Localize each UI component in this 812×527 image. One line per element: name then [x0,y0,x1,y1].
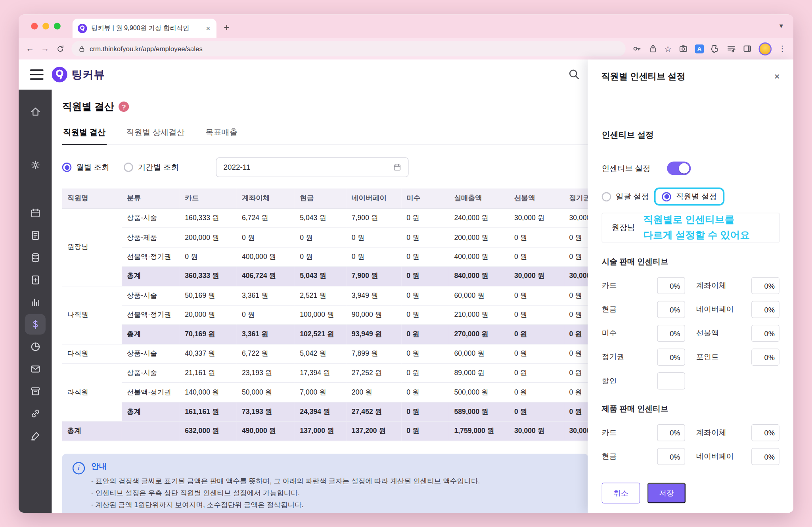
surgery-input-5[interactable] [751,325,779,342]
url-bar[interactable]: crm.thinkofyou.kr/app/employee/sales [71,41,625,56]
sidebar-item-calendar[interactable] [25,203,46,223]
column-header: 분류 [122,188,180,208]
notice-title: 안내 [91,461,480,471]
extensions-icon[interactable] [710,44,720,54]
surgery-input-4[interactable] [657,325,685,342]
sidebar-item-add-document[interactable] [25,269,46,290]
panel-close-icon[interactable]: × [774,71,780,82]
incentive-toggle[interactable] [667,162,691,175]
new-tab-button[interactable]: + [224,22,230,33]
panel-body: 인센티브 설정 인센티브 설정 일괄 설정 직원별 설정 [588,82,793,483]
amount-cell: 360,333 원 [180,266,237,286]
sidebar-item-settings[interactable] [25,154,46,175]
password-key-icon[interactable] [632,44,642,54]
camera-icon[interactable] [678,44,688,54]
radio-selected-icon [62,163,72,172]
bookmark-star-icon[interactable]: ☆ [664,44,672,54]
help-icon[interactable]: ? [119,102,129,112]
amount-cell: 0 원 [509,383,564,402]
period-filter-radio[interactable]: 기간별 조회 [124,162,179,172]
playlist-icon[interactable] [726,44,736,54]
surgery-input-8[interactable] [657,372,685,389]
browser-window: 팅커뷰 | 월 9,900원 가장 합리적인 × + ▾ ← → crm.thi… [19,15,793,513]
amount-cell: 93,949 원 [347,325,401,344]
surgery-incentive-grid: 카드계좌이체현금네이버페이미수선불액정기권포인트할인 [602,277,779,389]
sidebar-item-database[interactable] [25,247,46,268]
surgery-input-1[interactable] [751,277,779,294]
profile-avatar[interactable] [758,42,772,55]
amount-cell: 0 원 [509,344,564,363]
tab-search-chevron-icon[interactable]: ▾ [779,21,783,30]
amount-cell: 30,000 원 [509,209,564,228]
share-icon[interactable] [648,44,658,54]
amount-cell: 0 원 [401,228,449,247]
side-panel-icon[interactable] [743,44,752,54]
amount-cell: 73,193 원 [237,402,295,422]
zoom-window-button[interactable] [54,23,61,29]
logo-mark-icon [52,67,67,82]
brand-name: 팅커뷰 [71,67,105,82]
back-button[interactable]: ← [26,44,34,54]
sidebar-item-statistics[interactable] [25,291,46,312]
sidebar-item-sales[interactable] [25,314,46,335]
month-picker-value: 2022-11 [223,163,250,171]
tab-close-icon[interactable]: × [205,24,211,33]
amount-cell: 2,521 원 [295,286,347,305]
month-picker-input[interactable]: 2022-11 [216,157,409,177]
surgery-input-3[interactable] [751,301,779,318]
employee-name: 원장님 [612,223,635,233]
employee-name-cell: 다직원 [62,344,122,363]
amount-cell: 0 원 [509,228,564,247]
amount-cell: 7,900 원 [347,266,401,286]
browser-tab[interactable]: 팅커뷰 | 월 9,900원 가장 합리적인 × [73,19,216,38]
product-input-2[interactable] [657,448,685,465]
amount-cell: 840,000 원 [449,266,509,286]
incentive-toggle-row: 인센티브 설정 [602,162,779,175]
surgery-input-6[interactable] [657,349,685,366]
tab-target-sales[interactable]: 목표매출 [204,122,238,144]
amount-cell: 270,000 원 [449,325,509,344]
tab-employee-settlement[interactable]: 직원별 결산 [62,122,107,145]
search-button[interactable] [568,68,580,80]
amount-cell: 0 원 [509,402,564,422]
employee-selector[interactable]: 원장님 직원별로 인센티브를 다르게 설정할 수 있어요 [602,213,779,242]
sidebar-item-messages[interactable] [25,358,46,379]
calendar-icon [30,207,40,218]
notice-line: - 표안의 검정색 글씨로 표기된 금액은 판매 액수를 뜻하며, 그 아래의 … [91,475,480,487]
forward-button[interactable]: → [41,44,49,54]
monthly-filter-radio[interactable]: 월별 조회 [62,162,109,172]
amount-cell: 400,000 원 [449,247,509,266]
save-button[interactable]: 저장 [647,483,686,503]
minimize-window-button[interactable] [42,23,49,29]
app-logo[interactable]: 팅커뷰 [52,67,105,82]
hamburger-menu-icon[interactable] [30,69,44,80]
sidebar-item-home[interactable] [25,101,46,122]
statistics-icon [30,297,40,307]
tab-employee-detail-settlement[interactable]: 직원별 상세결산 [125,122,186,144]
amount-cell: 6,724 원 [237,209,295,228]
close-window-button[interactable] [31,23,38,29]
reload-button[interactable] [56,44,65,53]
surgery-input-7[interactable] [751,349,779,366]
product-input-3[interactable] [751,448,779,465]
individual-setting-radio[interactable]: 직원별 설정 [654,188,725,206]
sidebar-item-archive[interactable] [25,381,46,401]
sidebar-item-documents[interactable] [25,225,46,245]
sidebar-item-signature[interactable] [25,425,46,446]
archive-icon [30,385,40,396]
employee-name-cell: 라직원 [62,363,122,421]
bulk-setting-radio[interactable]: 일괄 설정 [602,192,649,201]
surgery-field-0: 카드 [602,277,685,294]
amount-cell: 490,000 원 [237,422,295,441]
sidebar-item-links[interactable] [25,403,46,424]
cancel-button[interactable]: 취소 [602,483,640,503]
panel-header: 직원별 인센티브 설정 × [588,59,793,82]
sidebar-item-reports[interactable] [25,336,46,357]
surgery-input-2[interactable] [657,301,685,318]
reload-icon [56,44,65,53]
browser-menu-icon[interactable]: ⋮ [778,44,786,54]
product-input-0[interactable] [657,424,685,441]
product-input-1[interactable] [751,424,779,441]
translate-icon[interactable]: A [695,44,704,53]
surgery-input-0[interactable] [657,277,685,294]
